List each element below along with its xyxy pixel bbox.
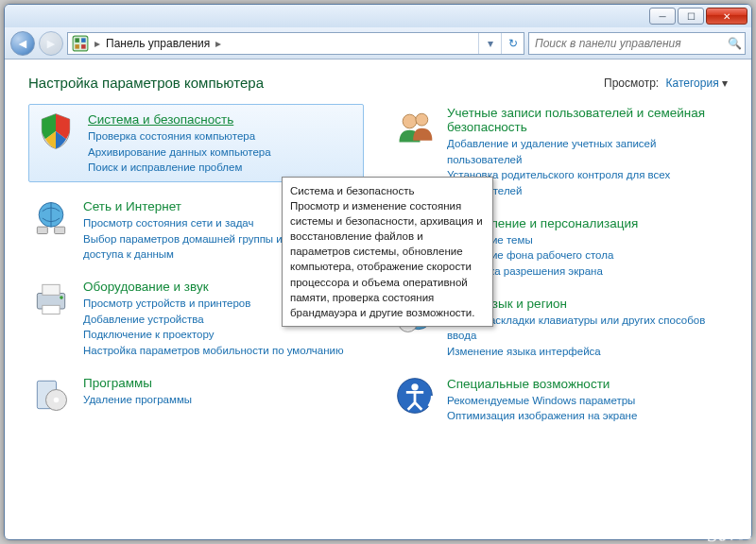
printer-icon	[28, 276, 74, 321]
minimize-button[interactable]: ─	[649, 8, 676, 25]
svg-rect-10	[43, 305, 60, 314]
task-link[interactable]: Изменение языка интерфейса	[447, 346, 601, 357]
search-input[interactable]	[529, 37, 724, 50]
chevron-down-icon: ▾	[722, 76, 728, 90]
task-link[interactable]: Добавление и удаление учетных записей по…	[447, 138, 656, 165]
titlebar: ─ ☐ ✕	[5, 5, 751, 27]
forward-button[interactable]: ►	[39, 31, 63, 56]
address-dropdown-icon[interactable]: ▾	[478, 33, 501, 54]
category-programs[interactable]: Программы Удаление программы	[28, 372, 364, 417]
svg-rect-9	[43, 284, 60, 295]
svg-point-14	[54, 397, 60, 402]
search-box[interactable]: 🔍	[528, 32, 746, 55]
view-by-control[interactable]: Просмотр: Категория ▾	[604, 76, 728, 90]
task-link[interactable]: Поиск и исправление проблем	[88, 162, 242, 173]
category-title[interactable]: Сеть и Интернет	[83, 199, 181, 213]
svg-point-15	[403, 114, 417, 128]
task-link[interactable]: Настройка параметров мобильности по умол…	[83, 345, 344, 356]
ease-of-access-icon	[392, 373, 438, 418]
category-title[interactable]: Программы	[83, 376, 152, 390]
back-button[interactable]: ◄	[10, 31, 35, 56]
category-title[interactable]: Учетные записи пользователей и семейная …	[447, 106, 728, 134]
chevron-icon: ▸	[214, 37, 223, 50]
category-title[interactable]: Система и безопасность	[88, 112, 233, 127]
svg-point-16	[416, 113, 428, 126]
svg-point-23	[411, 383, 418, 390]
task-link[interactable]: Добавление устройства	[83, 314, 204, 325]
maximize-button[interactable]: ☐	[678, 8, 704, 25]
content-area: Настройка параметров компьютера Просмотр…	[6, 60, 750, 538]
search-icon[interactable]: 🔍	[724, 37, 745, 50]
category-system-security[interactable]: Система и безопасность Проверка состояни…	[28, 104, 364, 182]
task-link[interactable]: Просмотр состояния сети и задач	[83, 217, 253, 229]
refresh-button[interactable]: ↻	[501, 33, 524, 54]
page-title: Настройка параметров компьютера	[28, 75, 264, 91]
disc-box-icon	[28, 372, 74, 417]
category-title[interactable]: Специальные возможности	[447, 377, 610, 391]
tooltip-title: Система и безопасность	[290, 183, 485, 198]
explorer-window: ─ ☐ ✕ ◄ ► ▸ Панель управления ▸ ▾ ↻ 🔍	[4, 4, 752, 540]
arrow-left-icon: ◄	[16, 36, 29, 51]
svg-rect-6	[37, 227, 47, 233]
task-link[interactable]: Просмотр устройств и принтеров	[83, 298, 250, 309]
svg-rect-3	[75, 44, 79, 49]
viewby-value: Категория	[666, 76, 719, 90]
tooltip-body: Просмотр и изменение состояния системы и…	[290, 198, 485, 320]
address-bar[interactable]: ▸ Панель управления ▸ ▾ ↻	[67, 32, 524, 55]
svg-point-11	[60, 296, 63, 299]
arrow-right-icon: ►	[44, 36, 58, 51]
task-link[interactable]: Подключение к проектору	[83, 329, 214, 340]
breadcrumb-root[interactable]: Панель управления	[102, 37, 214, 50]
chevron-icon: ▸	[93, 37, 102, 50]
svg-rect-2	[81, 38, 86, 42]
category-ease-of-access[interactable]: Специальные возможности Рекомендуемые Wi…	[392, 373, 728, 424]
task-link[interactable]: Архивирование данных компьютера	[88, 146, 271, 158]
tooltip: Система и безопасность Просмотр и измене…	[282, 177, 493, 327]
svg-rect-4	[81, 44, 86, 49]
control-panel-icon	[72, 35, 89, 52]
task-link[interactable]: Оптимизация изображения на экране	[447, 410, 637, 421]
close-button[interactable]: ✕	[706, 8, 747, 25]
svg-rect-1	[75, 38, 79, 42]
globe-network-icon	[28, 196, 74, 241]
viewby-label: Просмотр:	[604, 76, 659, 90]
nav-bar: ◄ ► ▸ Панель управления ▸ ▾ ↻ 🔍	[5, 27, 751, 60]
shield-icon	[33, 109, 78, 154]
users-icon	[392, 104, 438, 149]
category-title[interactable]: Оборудование и звук	[83, 280, 209, 294]
task-link[interactable]: Удаление программы	[83, 394, 192, 405]
svg-rect-7	[55, 227, 65, 233]
task-link[interactable]: Проверка состояния компьютера	[88, 130, 255, 142]
task-link[interactable]: Рекомендуемые Windows параметры	[447, 395, 635, 406]
